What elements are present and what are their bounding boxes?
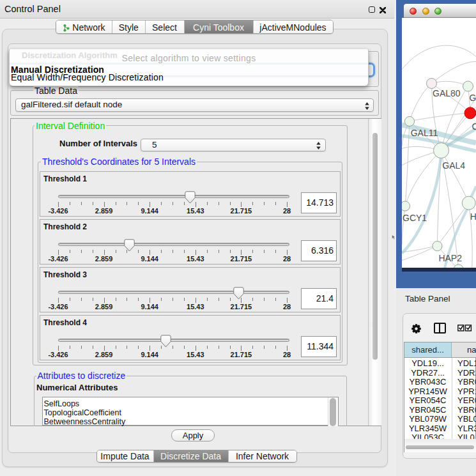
svg-text:HAP2: HAP2 (438, 252, 462, 263)
svg-text:H: H (470, 211, 476, 221)
svg-text:GA: GA (470, 92, 476, 102)
svg-text:GAL4: GAL4 (442, 160, 465, 170)
svg-text:GAL80: GAL80 (433, 88, 461, 98)
svg-text:C: C (472, 121, 476, 131)
svg-text:GCY1: GCY1 (403, 212, 427, 222)
svg-text:GAL11: GAL11 (411, 127, 438, 137)
